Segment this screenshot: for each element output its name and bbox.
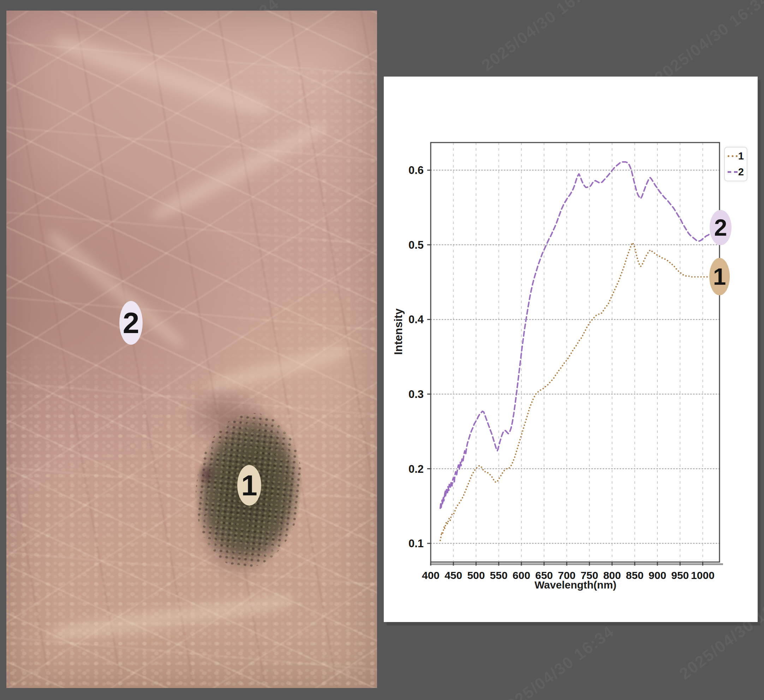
spectra-chart: 4004505005506006507007508008509009501000… bbox=[384, 77, 758, 622]
y-tick-label: 0.2 bbox=[409, 463, 424, 475]
photo-marker-2-label: 2 bbox=[123, 306, 139, 340]
plot-border bbox=[431, 142, 720, 562]
skin-photo: 2 1 bbox=[6, 11, 377, 688]
y-tick-label: 0.1 bbox=[409, 538, 424, 550]
x-tick-label: 850 bbox=[626, 569, 643, 581]
legend-entry-2: 2 bbox=[728, 167, 744, 177]
legend-label-1: 1 bbox=[738, 151, 744, 161]
timestamp-watermark: 2025/04/30 16:34 bbox=[495, 622, 617, 700]
timestamp-watermark: 2025/04/30 16:34 bbox=[478, 0, 600, 75]
x-axis-title: Wavelength(nm) bbox=[523, 579, 628, 591]
y-tick-label: 0.5 bbox=[409, 239, 424, 251]
x-tick-label: 400 bbox=[422, 569, 440, 581]
y-tick-label: 0.4 bbox=[409, 313, 424, 326]
photo-marker-1: 1 bbox=[237, 465, 261, 506]
photo-marker-2: 2 bbox=[119, 301, 142, 345]
y-tick-label: 0.3 bbox=[409, 388, 424, 400]
legend-entry-1: 1 bbox=[728, 151, 744, 161]
timestamp-watermark: 2025/04/30 16:34 bbox=[651, 0, 764, 87]
legend-swatch-dotted bbox=[728, 155, 737, 157]
chart-legend: 1 2 bbox=[724, 147, 747, 181]
chart-badge-2: 2 bbox=[710, 210, 731, 245]
figure-canvas: 2025/04/30 16:34 2025/04/30 16:34 2025/0… bbox=[0, 0, 764, 700]
chart-panel: 4004505005506006507007508008509009501000… bbox=[384, 77, 758, 622]
y-axis-title: Intensity bbox=[392, 296, 405, 367]
legend-swatch-dashed bbox=[728, 171, 737, 173]
photo-marker-1-label: 1 bbox=[241, 469, 257, 502]
x-tick-label: 500 bbox=[467, 569, 485, 581]
legend-label-2: 2 bbox=[738, 167, 744, 177]
chart-badge-1: 1 bbox=[709, 258, 730, 295]
series-1-line bbox=[440, 243, 710, 541]
mole-dark-spot bbox=[193, 457, 221, 492]
x-tick-label: 550 bbox=[490, 569, 508, 581]
x-tick-label: 900 bbox=[648, 569, 666, 581]
x-tick-label: 950 bbox=[671, 569, 689, 581]
series-2-line bbox=[440, 162, 710, 508]
x-tick-label: 1000 bbox=[691, 569, 715, 581]
x-tick-label: 450 bbox=[445, 569, 462, 581]
y-tick-label: 0.6 bbox=[409, 164, 424, 177]
